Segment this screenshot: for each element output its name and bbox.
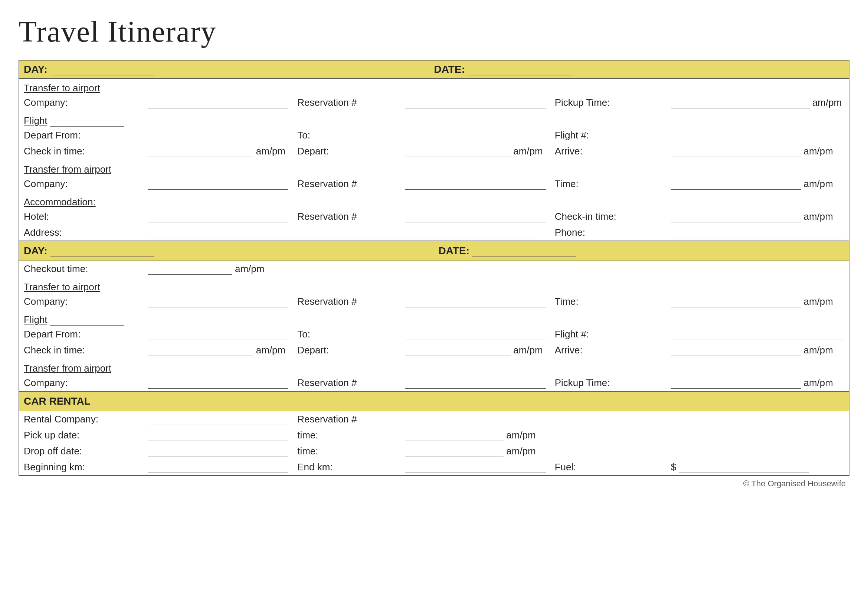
arrive-1-label: Arrive: xyxy=(550,143,666,159)
car-rental-label: CAR RENTAL xyxy=(24,395,91,407)
pickup-time-2-label: Pickup Time: xyxy=(550,375,666,391)
ampm-pickup-car: am/pm xyxy=(506,429,535,440)
ampm-transfer-1: am/pm xyxy=(803,178,833,189)
dollar-sign: $ xyxy=(671,461,676,473)
check-in-time-2-label: Check in time: xyxy=(19,342,144,358)
to-1-label: To: xyxy=(293,127,401,143)
rental-company-label: Rental Company: xyxy=(19,411,144,428)
depart-from-2-label: Depart From: xyxy=(19,326,144,342)
section2-date-label: DATE: xyxy=(439,245,470,256)
company-1-label: Company: xyxy=(19,95,144,111)
ampm-pickup-2: am/pm xyxy=(803,377,833,388)
drop-off-date-label: Drop off date: xyxy=(19,443,144,459)
end-km-label: End km: xyxy=(293,459,401,476)
page-title: Travel Itinerary xyxy=(19,15,849,49)
to-2-label: To: xyxy=(293,326,401,342)
ampm-arrive-2: am/pm xyxy=(803,344,833,356)
flight-hash-1-label: Flight #: xyxy=(550,127,666,143)
arrive-2-label: Arrive: xyxy=(550,342,666,358)
footer-text: © The Organised Housewife xyxy=(19,479,849,488)
pickup-time-1-label: Pickup Time: xyxy=(550,95,666,111)
flight-1-label: Flight xyxy=(24,115,48,126)
reservation-car-label: Reservation # xyxy=(293,411,401,428)
ampm-depart-1: am/pm xyxy=(513,146,542,157)
fuel-label: Fuel: xyxy=(550,459,666,476)
depart-2-label: Depart: xyxy=(293,342,401,358)
pick-up-date-label: Pick up date: xyxy=(19,427,144,443)
ampm-checkin-hotel: am/pm xyxy=(803,211,833,222)
company-3-label: Company: xyxy=(19,294,144,310)
section1-day-label: DAY: xyxy=(24,64,48,75)
transfer-to-airport-1-label: Transfer to airport xyxy=(24,82,100,93)
ampm-checkin-1: am/pm xyxy=(256,146,285,157)
depart-1-label: Depart: xyxy=(293,143,401,159)
company-4-label: Company: xyxy=(19,375,144,391)
check-in-time-1-label: Check in time: xyxy=(19,143,144,159)
address-label: Address: xyxy=(19,225,144,241)
flight-2-label: Flight xyxy=(24,314,48,325)
ampm-arrive-1: am/pm xyxy=(803,146,833,157)
dropoff-time-car-label: time: xyxy=(293,443,401,459)
ampm-depart-2: am/pm xyxy=(513,344,542,356)
accommodation-label: Accommodation: xyxy=(24,196,96,208)
ampm-transfer-2: am/pm xyxy=(803,296,833,307)
section1-date-label: DATE: xyxy=(434,64,465,75)
transfer-from-airport-2-label: Transfer from airport xyxy=(24,363,111,374)
section2-day-label: DAY: xyxy=(24,245,48,256)
phone-label: Phone: xyxy=(550,225,666,241)
checkin-time-label: Check-in time: xyxy=(550,209,666,225)
ampm-dropoff-car: am/pm xyxy=(506,445,535,457)
checkout-time-label: Checkout time: xyxy=(19,261,144,277)
ampm-checkout: am/pm xyxy=(235,263,264,274)
hotel-label: Hotel: xyxy=(19,209,144,225)
pickup-time-car-label: time: xyxy=(293,427,401,443)
reservation-3-label: Reservation # xyxy=(293,294,401,310)
beginning-km-label: Beginning km: xyxy=(19,459,144,476)
reservation-2-label: Reservation # xyxy=(293,176,401,192)
transfer-to-airport-2-label: Transfer to airport xyxy=(24,281,100,293)
flight-hash-2-label: Flight #: xyxy=(550,326,666,342)
reservation-4-label: Reservation # xyxy=(293,375,401,391)
reservation-hotel-label: Reservation # xyxy=(293,209,401,225)
reservation-1-label: Reservation # xyxy=(293,95,401,111)
depart-from-1-label: Depart From: xyxy=(19,127,144,143)
time-2-label: Time: xyxy=(550,294,666,310)
time-1-label: Time: xyxy=(550,176,666,192)
company-2-label: Company: xyxy=(19,176,144,192)
ampm-checkin-2: am/pm xyxy=(256,344,285,356)
transfer-from-airport-1-label: Transfer from airport xyxy=(24,164,111,175)
ampm-1: am/pm xyxy=(812,97,842,108)
